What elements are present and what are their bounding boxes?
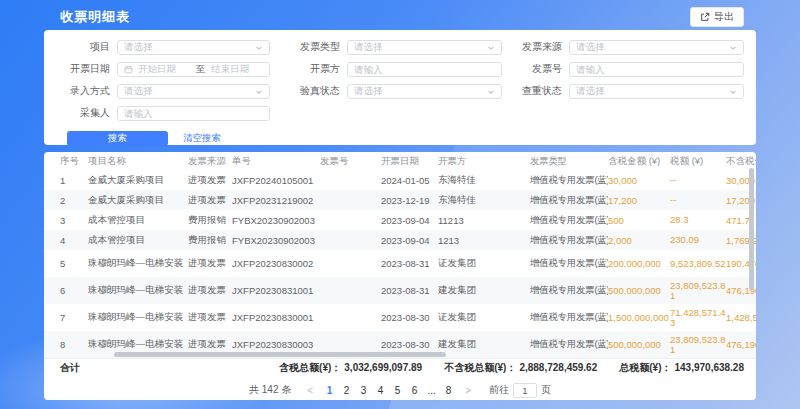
cell-invoice-type: 增值税专用发票(蓝) [530, 257, 608, 270]
entry-method-placeholder: 请选择 [124, 85, 255, 98]
cell-doc-no: JXFP20230830003 [232, 339, 320, 350]
cell-amount: 500 [608, 215, 670, 226]
cell-amount: 200,000,000 [608, 258, 670, 269]
issuer-input[interactable] [354, 64, 495, 75]
export-button[interactable]: 导出 [690, 7, 744, 27]
invoice-type-select[interactable]: 请选择 [347, 40, 502, 55]
project-select[interactable]: 请选择 [117, 40, 270, 55]
tax-total-value: 143,970,638.28 [674, 362, 744, 373]
cell-seq: 8 [60, 339, 88, 350]
cell-doc-no: JXFP20230830002 [232, 258, 320, 269]
end-date-placeholder: 结束日期 [211, 63, 263, 76]
column-header: 项目名称 [88, 155, 188, 168]
cell-payer: 11213 [438, 215, 530, 226]
verify-status-select[interactable]: 请选择 [347, 84, 502, 99]
issuer-label: 开票方 [270, 62, 340, 76]
cell-date: 2023-12-19 [381, 195, 438, 206]
tax-total-label: 总税额(¥)： [619, 361, 671, 375]
next-page-arrow[interactable]: > [461, 385, 475, 396]
cell-tax: 23,809,523.81 [670, 335, 726, 355]
cell-payer: 建发集团 [438, 284, 530, 297]
page-number[interactable]: ... [423, 385, 440, 396]
invoice-date-range[interactable]: 开始日期 至 结束日期 [117, 62, 270, 77]
invoice-table-panel: 序号项目名称发票来源单号发票号开票日期开票方发票类型含税金额 (¥)税额 (¥)… [44, 152, 756, 400]
search-button[interactable]: 搜索 [67, 131, 168, 146]
export-label: 导出 [714, 10, 734, 24]
cell-amount: 500,000,000 [608, 339, 670, 350]
cell-amount: 17,200 [608, 195, 670, 206]
entry-method-select[interactable]: 请选择 [117, 84, 270, 99]
table-row: 7 珠穆朗玛峰—电梯安装 进项发票 JXFP20230830001 2023-0… [44, 304, 756, 331]
cell-invoice-type: 增值税专用发票(蓝) [530, 284, 608, 297]
cell-invoice-type: 增值税专用发票(蓝) [530, 234, 608, 247]
cell-source: 进项发票 [188, 257, 232, 270]
cell-payer: 证发集团 [438, 257, 530, 270]
column-header: 序号 [60, 155, 88, 168]
page-number[interactable]: 6 [406, 385, 423, 396]
cell-source: 费用报销 [188, 234, 232, 247]
collector-input[interactable] [124, 108, 263, 119]
chevron-down-icon [729, 38, 737, 56]
cell-payer: 建发集团 [438, 338, 530, 351]
pagination: 共 142 条 < 123456...8 > 前往 页 [44, 378, 756, 400]
date-separator: 至 [196, 63, 206, 76]
cell-amount: 2,000 [608, 235, 670, 246]
prev-page-arrow[interactable]: < [303, 385, 317, 396]
vertical-scrollbar[interactable] [749, 168, 754, 290]
issuer-input-wrap [347, 62, 502, 77]
table-row: 4 成本管控项目 费用报销 FYBX20230902003 2023-09-04… [44, 230, 756, 250]
cell-seq: 6 [60, 285, 88, 296]
cell-seq: 7 [60, 312, 88, 323]
filter-card: 项目 请选择 发票类型 请选择 发票来源 请选择 开票日期 开始日期 至 结束日… [44, 30, 756, 145]
start-date-placeholder: 开始日期 [138, 63, 190, 76]
cell-date: 2024-01-05 [381, 175, 438, 186]
dup-check-status-placeholder: 请选择 [576, 85, 729, 98]
cell-seq: 3 [60, 215, 88, 226]
column-header: 含税金额 (¥) [608, 155, 670, 168]
table-row: 1 金威大厦采购项目 进项发票 JXFP20240105001 2024-01-… [44, 170, 756, 190]
invoice-no-input[interactable] [576, 64, 737, 75]
page-number[interactable]: 4 [372, 385, 389, 396]
chevron-down-icon [255, 38, 263, 56]
cell-tax: -- [670, 195, 726, 205]
cell-invoice-type: 增值税专用发票(蓝) [530, 174, 608, 187]
cell-seq: 2 [60, 195, 88, 206]
untaxed-total-label: 不含税总额(¥)： [444, 361, 516, 375]
cell-doc-no: JXFP20231219002 [232, 195, 320, 206]
cell-project-name: 成本管控项目 [88, 214, 188, 227]
goto-page-input[interactable] [513, 383, 537, 398]
column-header: 税额 (¥) [670, 156, 726, 166]
page-number[interactable]: 1 [321, 385, 338, 396]
invoice-source-select[interactable]: 请选择 [569, 40, 744, 55]
cell-date: 2023-09-04 [381, 215, 438, 226]
invoice-no-label: 发票号 [502, 62, 562, 76]
cell-source: 进项发票 [188, 174, 232, 187]
page-number[interactable]: 2 [338, 385, 355, 396]
export-icon [700, 12, 710, 22]
invoice-type-placeholder: 请选择 [354, 41, 487, 54]
cell-invoice-type: 增值税专用发票(蓝) [530, 194, 608, 207]
cell-payer: 1213 [438, 235, 530, 246]
page-unit-label: 页 [541, 383, 551, 397]
clear-search-link[interactable]: 清空搜索 [183, 132, 221, 145]
cell-date: 2023-08-31 [381, 258, 438, 269]
cell-tax: -- [670, 175, 726, 185]
verify-status-placeholder: 请选择 [354, 85, 487, 98]
page-number[interactable]: 5 [389, 385, 406, 396]
cell-invoice-type: 增值税专用发票(蓝) [530, 338, 608, 351]
entry-method-label: 录入方式 [44, 84, 110, 98]
cell-tax: 230.09 [670, 235, 726, 245]
page-number[interactable]: 8 [440, 385, 457, 396]
cell-project-name: 珠穆朗玛峰—电梯安装 [88, 257, 188, 270]
column-header: 开票方 [438, 155, 530, 168]
summary-label: 合计 [60, 361, 80, 375]
column-header: 开票日期 [381, 155, 438, 168]
page-number[interactable]: 3 [355, 385, 372, 396]
cell-project-name: 珠穆朗玛峰—电梯安装 [88, 311, 188, 324]
cell-doc-no: FYBX20230902003 [232, 215, 320, 226]
taxed-total-label: 含税总额(¥)： [279, 361, 341, 375]
cell-amount: 30,000 [608, 175, 670, 186]
cell-source: 费用报销 [188, 214, 232, 227]
horizontal-scrollbar[interactable] [114, 352, 446, 357]
dup-check-status-select[interactable]: 请选择 [569, 84, 744, 99]
